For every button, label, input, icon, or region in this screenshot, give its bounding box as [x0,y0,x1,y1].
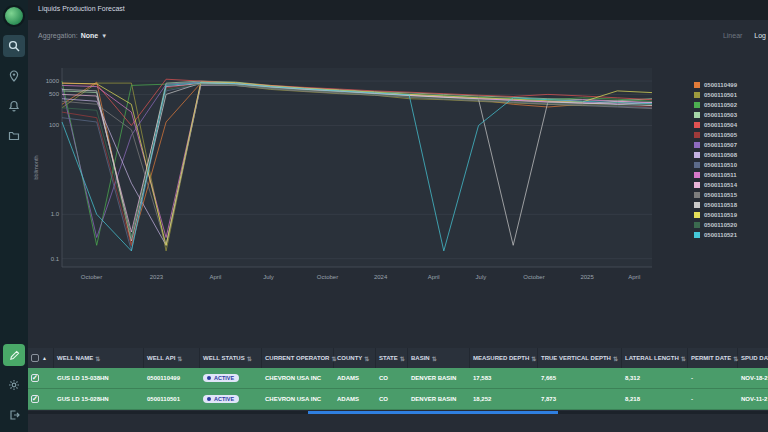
legend-item-0500110518[interactable]: 0500110518 [694,200,766,210]
cell-text: CO [379,396,388,402]
column-header-well-name[interactable]: WELL NAME⇅ [54,348,144,368]
cell-text: CO [379,375,388,381]
legend-swatch [694,162,700,168]
legend-label: 0500110521 [704,232,737,238]
folder-icon[interactable] [3,125,25,147]
legend-item-0500110508[interactable]: 0500110508 [694,150,766,160]
search-icon[interactable] [3,35,25,57]
legend-swatch [694,182,700,188]
column-header-current-operator[interactable]: CURRENT OPERATOR⇅ [262,348,334,368]
aggregation-value: None [81,32,99,39]
column-header-basin[interactable]: BASIN⇅ [408,348,470,368]
legend-swatch [694,212,700,218]
table-cell: - [688,368,738,388]
legend-item-0500110501[interactable]: 0500110501 [694,90,766,100]
legend-swatch [694,202,700,208]
legend-label: 0500110501 [704,92,737,98]
column-header-permit-date[interactable]: PERMIT DATE⇅ [688,348,738,368]
select-all-checkbox[interactable] [31,354,39,362]
row-checkbox[interactable]: ✓ [31,395,39,403]
map-pin-icon[interactable] [3,65,25,87]
bell-icon[interactable] [3,95,25,117]
x-tick-label: 2025 [580,274,594,280]
cell-text: GUS LD 15-028HN [57,396,109,402]
sort-icon[interactable]: ⇅ [400,355,405,362]
legend-item-0500110505[interactable]: 0500110505 [694,130,766,140]
sort-icon[interactable]: ⇅ [531,355,536,362]
legend-item-0500110502[interactable]: 0500110502 [694,100,766,110]
table-cell: DENVER BASIN [408,389,470,409]
legend-item-0500110511[interactable]: 0500110511 [694,170,766,180]
column-header-label: LATERAL LENGTH [625,355,679,361]
production-chart: 10005001001.00.1October2023AprilJulyOcto… [30,58,690,308]
legend-item-0500110520[interactable]: 0500110520 [694,220,766,230]
column-header-well-status[interactable]: WELL STATUS⇅ [200,348,262,368]
legend-item-0500110499[interactable]: 0500110499 [694,80,766,90]
logout-icon[interactable] [3,404,25,426]
legend-label: 0500110507 [704,142,737,148]
sort-icon[interactable]: ⇅ [681,355,686,362]
legend-label: 0500110510 [704,162,737,168]
column-header-true-vertical-depth[interactable]: TRUE VERTICAL DEPTH⇅ [538,348,622,368]
column-header-well-api[interactable]: WELL API⇅ [144,348,200,368]
column-header-spud-date[interactable]: SPUD DATE⇅ [738,348,768,368]
edit-icon[interactable] [3,344,25,366]
legend-item-0500110519[interactable]: 0500110519 [694,210,766,220]
chart-legend: 0500110499050011050105001105020500110503… [694,80,766,240]
app-logo[interactable] [3,5,25,27]
legend-item-0500110504[interactable]: 0500110504 [694,120,766,130]
sort-icon[interactable]: ⇅ [432,355,437,362]
scale-option-log[interactable]: Log [754,32,766,39]
x-tick-label: July [263,274,274,280]
legend-item-0500110510[interactable]: 0500110510 [694,160,766,170]
row-checkbox[interactable]: ✓ [31,374,39,382]
y-tick-label: 1.0 [51,211,60,217]
sort-icon[interactable]: ⇅ [613,355,618,362]
table-row[interactable]: ✓GUS LD 15-038HN0500110499ACTIVECHEVRON … [28,368,768,389]
y-tick-label: 500 [49,91,60,97]
cell-text: - [691,375,693,381]
legend-label: 0500110503 [704,112,737,118]
gear-icon[interactable] [3,374,25,396]
column-header-measured-depth[interactable]: MEASURED DEPTH⇅ [470,348,538,368]
legend-label: 0500110519 [704,212,737,218]
x-tick-label: October [317,274,338,280]
legend-item-0500110507[interactable]: 0500110507 [694,140,766,150]
sort-icon[interactable]: ⇅ [95,355,100,362]
legend-label: 0500110520 [704,222,737,228]
sort-icon[interactable]: ⇅ [364,355,369,362]
legend-item-0500110503[interactable]: 0500110503 [694,110,766,120]
topbar: Liquids Production Forecast [28,0,768,20]
x-tick-label: 2024 [374,274,388,280]
table-row[interactable]: ✓GUS LD 15-028HN0500110501ACTIVECHEVRON … [28,389,768,410]
cell-text: - [691,396,693,402]
scale-option-linear[interactable]: Linear [723,32,742,39]
cell-text: DENVER BASIN [411,375,456,381]
legend-item-0500110521[interactable]: 0500110521 [694,230,766,240]
legend-item-0500110515[interactable]: 0500110515 [694,190,766,200]
table-header-row: ▲WELL NAME⇅WELL API⇅WELL STATUS⇅CURRENT … [28,348,768,368]
legend-swatch [694,152,700,158]
row-select-cell: ✓ [28,389,54,409]
sort-icon[interactable]: ⇅ [177,355,182,362]
legend-swatch [694,92,700,98]
x-tick-label: October [81,274,102,280]
table-cell: 0500110499 [144,368,200,388]
aggregation-dropdown[interactable]: Aggregation:None▼ [38,32,107,39]
status-dot-icon [207,397,211,401]
sort-asc-icon[interactable]: ▲ [42,355,47,361]
table-cell: 8,218 [622,389,688,409]
legend-swatch [694,102,700,108]
sort-icon[interactable]: ⇅ [247,355,252,362]
column-header-label: COUNTY [337,355,362,361]
column-header-label: WELL NAME [57,355,93,361]
scrollbar-thumb[interactable] [308,411,558,414]
cell-text: NOV-18-2 [741,375,768,381]
column-header-lateral-length[interactable]: LATERAL LENGTH⇅ [622,348,688,368]
horizontal-scrollbar[interactable] [28,411,768,414]
well-status-cell: ACTIVE [200,389,262,409]
table-body: ✓GUS LD 15-038HN0500110499ACTIVECHEVRON … [28,368,768,410]
column-header-state[interactable]: STATE⇅ [376,348,408,368]
column-header-county[interactable]: COUNTY⇅ [334,348,376,368]
legend-item-0500110514[interactable]: 0500110514 [694,180,766,190]
